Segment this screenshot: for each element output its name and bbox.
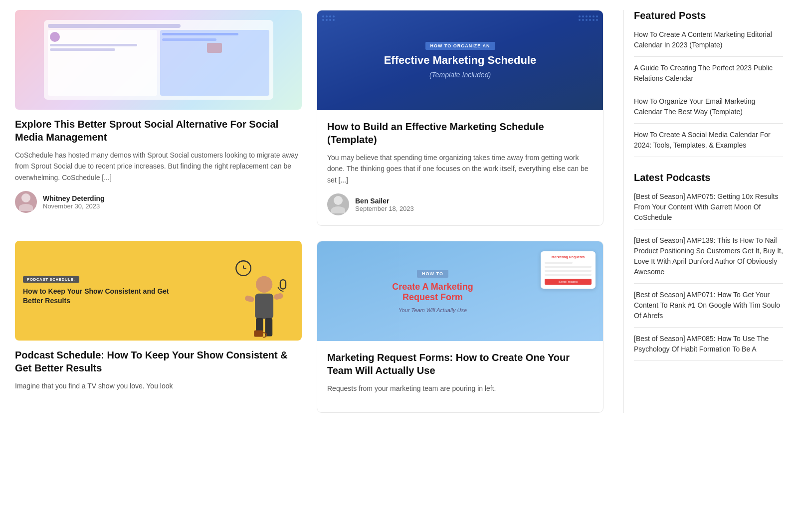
dot bbox=[322, 19, 324, 21]
dot bbox=[322, 15, 324, 17]
dot bbox=[329, 15, 331, 17]
author-info-ben: Ben Sailer September 18, 2023 bbox=[355, 197, 414, 212]
card-excerpt-request: Requests from your marketing team are po… bbox=[327, 383, 593, 394]
thumb-title-podcast: How to Keep Your Show Consistent and Get… bbox=[23, 287, 172, 305]
dot bbox=[326, 15, 328, 17]
thumb-title-request: Create A MarketingRequest Form bbox=[392, 282, 473, 303]
thumb-tag-request: HOW TO bbox=[417, 270, 448, 278]
card-marketing-schedule: HOW TO ORGANIZE AN Effective Marketing S… bbox=[317, 10, 603, 226]
avatar-body-ben bbox=[331, 206, 345, 213]
request-thumb-content: HOW TO Create A MarketingRequest Form Yo… bbox=[392, 241, 528, 341]
card-title-request: Marketing Request Forms: How to Create O… bbox=[327, 351, 593, 377]
dot bbox=[326, 19, 328, 21]
card-author-marketing: Ben Sailer September 18, 2023 bbox=[327, 193, 593, 215]
card-body-sprout: Explore This Better Sprout Social Altern… bbox=[15, 118, 302, 213]
author-date-whitney: November 30, 2023 bbox=[43, 202, 105, 210]
form-title: Marketing Requests bbox=[545, 255, 592, 259]
mock-bar-2 bbox=[50, 44, 137, 46]
featured-link-4[interactable]: How To Create A Social Media Calendar Fo… bbox=[634, 131, 771, 149]
form-mockup: Marketing Requests Send Request bbox=[541, 251, 596, 289]
podcast-link-item-1[interactable]: [Best of Season] AMP075: Getting 10x Res… bbox=[634, 191, 783, 229]
thumb-sub-request: Your Team Will Actually Use bbox=[399, 307, 467, 313]
dot bbox=[582, 15, 584, 17]
dot bbox=[329, 19, 331, 21]
svg-rect-9 bbox=[280, 280, 286, 289]
form-button: Send Request bbox=[545, 279, 592, 285]
thumb-dots-left bbox=[322, 15, 335, 21]
dot bbox=[596, 19, 598, 21]
avatar-silhouette-ben bbox=[327, 193, 349, 215]
svg-point-3 bbox=[256, 276, 272, 293]
main-content: Explore This Better Sprout Social Altern… bbox=[15, 10, 603, 413]
card-thumbnail-podcast: PODCAST SCHEDULE: How to Keep Your Show … bbox=[15, 241, 302, 341]
card-title-podcast: Podcast Schedule: How To Keep Your Show … bbox=[15, 349, 302, 374]
author-avatar-whitney bbox=[15, 191, 37, 213]
podcast-link-1[interactable]: [Best of Season] AMP075: Getting 10x Res… bbox=[634, 192, 779, 221]
mock-bar-3 bbox=[50, 48, 115, 51]
dot bbox=[582, 19, 584, 21]
featured-links-list: How To Create A Content Marketing Editor… bbox=[634, 29, 783, 157]
mock-avatar bbox=[50, 32, 60, 42]
dot bbox=[333, 19, 335, 21]
podcast-link-2[interactable]: [Best of Season] AMP139: This Is How To … bbox=[634, 236, 783, 276]
author-avatar-ben bbox=[327, 193, 349, 215]
featured-link-item-2[interactable]: A Guide To Creating The Perfect 2023 Pub… bbox=[634, 57, 783, 90]
featured-link-item-3[interactable]: How To Organize Your Email Marketing Cal… bbox=[634, 90, 783, 124]
avatar-body bbox=[19, 204, 33, 211]
mock-bar-5 bbox=[162, 38, 217, 41]
featured-link-1[interactable]: How To Create A Content Marketing Editor… bbox=[634, 30, 772, 49]
card-thumbnail-request: HOW TO Create A MarketingRequest Form Yo… bbox=[317, 241, 603, 341]
latest-podcasts-title: Latest Podcasts bbox=[634, 172, 783, 183]
dot bbox=[596, 15, 598, 17]
card-author-sprout: Whitney Deterding November 30, 2023 bbox=[15, 191, 302, 213]
podcast-link-4[interactable]: [Best of Season] AMP085: How To Use The … bbox=[634, 335, 769, 353]
dot bbox=[589, 15, 591, 17]
mock-img bbox=[207, 43, 222, 53]
thumb-tag-podcast: PODCAST SCHEDULE: bbox=[23, 276, 79, 283]
card-thumbnail-marketing: HOW TO ORGANIZE AN Effective Marketing S… bbox=[317, 10, 603, 110]
author-info-whitney: Whitney Deterding November 30, 2023 bbox=[43, 194, 105, 210]
dot bbox=[333, 15, 335, 17]
featured-link-item-1[interactable]: How To Create A Content Marketing Editor… bbox=[634, 29, 783, 57]
mock-bar-4 bbox=[162, 33, 238, 35]
sidebar: Featured Posts How To Create A Content M… bbox=[623, 10, 783, 413]
thumb-tag-marketing: HOW TO ORGANIZE AN bbox=[425, 42, 495, 50]
author-name-whitney: Whitney Deterding bbox=[43, 194, 105, 202]
podcast-illustration bbox=[232, 261, 292, 341]
card-sprout-social: Explore This Better Sprout Social Altern… bbox=[15, 10, 302, 226]
form-line bbox=[545, 266, 592, 268]
dot bbox=[579, 15, 581, 17]
card-request-forms: HOW TO Create A MarketingRequest Form Yo… bbox=[317, 241, 603, 412]
mock-panel-right bbox=[160, 30, 269, 96]
card-podcast-schedule: PODCAST SCHEDULE: How to Keep Your Show … bbox=[15, 241, 302, 412]
featured-link-item-4[interactable]: How To Create A Social Media Calendar Fo… bbox=[634, 124, 783, 157]
form-line bbox=[545, 270, 592, 272]
card-title-marketing: How to Build an Effective Marketing Sche… bbox=[327, 120, 593, 146]
dot bbox=[579, 19, 581, 21]
card-excerpt-podcast: Imagine that you find a TV show you love… bbox=[15, 380, 302, 391]
card-excerpt-sprout: CoSchedule has hosted many demos with Sp… bbox=[15, 150, 302, 183]
mock-row-1 bbox=[48, 30, 269, 96]
card-thumbnail-sprout bbox=[15, 10, 302, 110]
podcast-link-item-3[interactable]: [Best of Season] AMP071: How To Get Your… bbox=[634, 284, 783, 328]
featured-link-2[interactable]: A Guide To Creating The Perfect 2023 Pub… bbox=[634, 64, 773, 82]
avatar-head-ben bbox=[334, 196, 343, 205]
podcast-link-item-2[interactable]: [Best of Season] AMP139: This Is How To … bbox=[634, 229, 783, 284]
form-line bbox=[545, 262, 573, 264]
dot bbox=[589, 19, 591, 21]
dot bbox=[593, 19, 595, 21]
podcast-link-item-4[interactable]: [Best of Season] AMP085: How To Use The … bbox=[634, 328, 783, 361]
page-wrapper: Explore This Better Sprout Social Altern… bbox=[0, 0, 798, 423]
form-line bbox=[545, 274, 592, 276]
author-date-ben: September 18, 2023 bbox=[355, 205, 414, 212]
svg-rect-10 bbox=[254, 331, 263, 337]
sprout-mockup bbox=[44, 20, 273, 100]
avatar-head bbox=[21, 193, 30, 202]
card-excerpt-marketing: You may believe that spending time organ… bbox=[327, 152, 593, 185]
podcast-svg bbox=[232, 256, 292, 341]
avatar-silhouette bbox=[15, 191, 37, 213]
podcast-link-3[interactable]: [Best of Season] AMP071: How To Get Your… bbox=[634, 291, 780, 320]
card-body-request: Marketing Request Forms: How to Create O… bbox=[317, 351, 603, 402]
featured-posts-title: Featured Posts bbox=[634, 10, 783, 21]
featured-link-3[interactable]: How To Organize Your Email Marketing Cal… bbox=[634, 97, 755, 116]
